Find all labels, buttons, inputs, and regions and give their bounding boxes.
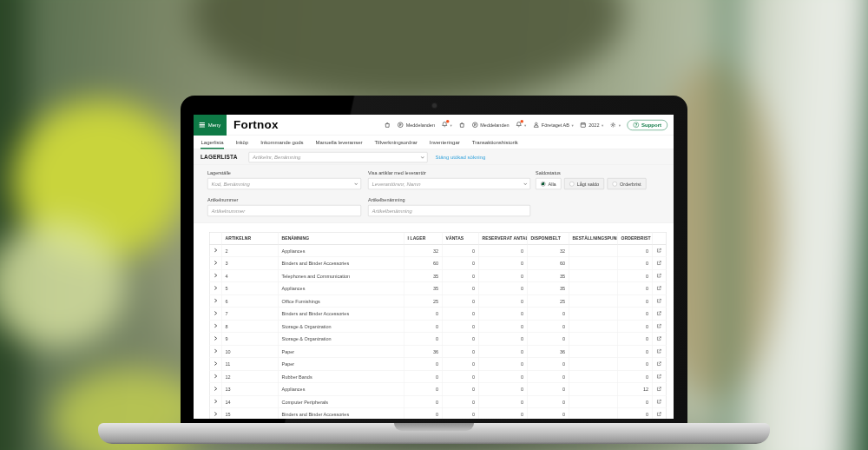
table-row[interactable]: 14 Computer Peripherals 0 0 0 0 0 bbox=[209, 395, 666, 408]
expand-row-button[interactable] bbox=[209, 308, 221, 321]
open-article-button[interactable] bbox=[652, 282, 666, 295]
quick-search-input[interactable] bbox=[249, 152, 428, 162]
expand-row-button[interactable] bbox=[209, 383, 221, 396]
col-artikelnr[interactable]: ARTIKELNR bbox=[221, 232, 278, 244]
cell-vantas: 0 bbox=[442, 333, 478, 346]
lagerstalle-input[interactable] bbox=[207, 178, 361, 189]
open-article-button[interactable] bbox=[652, 395, 666, 408]
cell-orderbrist: 0 bbox=[617, 320, 652, 333]
expand-row-button[interactable] bbox=[209, 320, 221, 333]
cell-vantas: 0 bbox=[442, 345, 478, 358]
expand-row-button[interactable] bbox=[209, 333, 221, 346]
open-article-button[interactable] bbox=[652, 257, 666, 270]
quick-search-select[interactable] bbox=[249, 152, 428, 162]
lagerstalle-select[interactable] bbox=[207, 178, 361, 189]
table-row[interactable]: 8 Storage & Organization 0 0 0 0 0 bbox=[209, 320, 666, 333]
tab-inventeringar[interactable]: Inventeringar bbox=[429, 140, 460, 149]
expand-row-button[interactable] bbox=[209, 282, 221, 295]
expand-row-button[interactable] bbox=[209, 395, 221, 408]
expand-row-button[interactable] bbox=[209, 257, 221, 270]
col-i-lager[interactable]: I LAGER bbox=[404, 232, 442, 244]
year-selector[interactable]: 2022 ▾ bbox=[580, 122, 603, 129]
col-vantas[interactable]: VÄNTAS bbox=[442, 232, 478, 244]
chevron-right-icon bbox=[214, 274, 217, 278]
open-article-button[interactable] bbox=[652, 244, 666, 257]
table-row[interactable]: 12 Rubber Bands 0 0 0 0 0 bbox=[209, 370, 666, 383]
chevron-right-icon bbox=[214, 349, 217, 354]
saldostatus-option-lagt-saldo[interactable]: Lågt saldo bbox=[564, 178, 604, 189]
page-title: LAGERLISTA bbox=[201, 154, 238, 161]
saldostatus-option-alla[interactable]: Alla bbox=[536, 178, 562, 189]
tab-transaktionshistorik[interactable]: Transaktionshistorik bbox=[471, 140, 518, 149]
cart-button[interactable] bbox=[385, 122, 391, 129]
table-row[interactable]: 2 Appliances 32 0 0 32 0 bbox=[209, 244, 666, 257]
open-article-button[interactable] bbox=[652, 320, 666, 333]
cell-disponibelt: 0 bbox=[527, 370, 569, 383]
table-row[interactable]: 7 Binders and Binder Accessories 0 0 0 0… bbox=[209, 308, 666, 321]
support-button[interactable]: ? Support bbox=[628, 120, 668, 130]
messages-button-2[interactable]: Meddelanden bbox=[471, 122, 509, 129]
external-link-icon bbox=[657, 336, 662, 341]
notifications-button[interactable]: ▾ bbox=[441, 122, 451, 129]
artikelnummer-field[interactable] bbox=[207, 205, 361, 216]
settings-menu[interactable]: ▾ bbox=[610, 122, 621, 129]
table-row[interactable]: 4 Telephones and Communication 35 0 0 35… bbox=[209, 269, 666, 282]
cell-benamning: Paper bbox=[278, 358, 404, 371]
tab-tillverkningsordrar[interactable]: Tillverkningsordrar bbox=[374, 140, 418, 149]
leverantor-input[interactable] bbox=[368, 178, 530, 189]
inventory-table: ARTIKELNR BENÄMNING I LAGER VÄNTAS RESER… bbox=[209, 232, 667, 419]
table-row[interactable]: 11 Paper 0 0 0 0 0 bbox=[209, 358, 666, 371]
artikelnummer-input[interactable] bbox=[207, 205, 361, 216]
cart-button-2[interactable] bbox=[458, 122, 465, 129]
open-article-button[interactable] bbox=[652, 370, 666, 383]
cell-disponibelt: 36 bbox=[527, 345, 569, 358]
table-row[interactable]: 6 Office Furnishings 25 0 0 25 0 bbox=[209, 294, 666, 308]
laptop-base bbox=[98, 423, 770, 444]
tab-lagerlista[interactable]: Lagerlista bbox=[201, 140, 224, 149]
tab-manuella-leveranser[interactable]: Manuella leveranser bbox=[315, 140, 363, 149]
table-row[interactable]: 3 Binders and Binder Accessories 60 0 0 … bbox=[209, 257, 666, 270]
messages-button[interactable]: Meddelanden bbox=[398, 122, 435, 129]
table-row[interactable]: 9 Storage & Organization 0 0 0 0 0 bbox=[209, 333, 666, 346]
menu-button[interactable]: Meny bbox=[194, 115, 227, 136]
expand-row-button[interactable] bbox=[209, 408, 221, 419]
table-row[interactable]: 15 Binders and Binder Accessories 0 0 0 … bbox=[209, 408, 666, 419]
tab-inkommande-gods[interactable]: Inkommande gods bbox=[260, 140, 304, 149]
external-link-icon bbox=[657, 348, 662, 354]
open-article-button[interactable] bbox=[652, 358, 666, 371]
table-row[interactable]: 10 Paper 36 0 0 36 0 bbox=[209, 345, 666, 358]
open-article-button[interactable] bbox=[652, 383, 666, 396]
year-value: 2022 bbox=[589, 122, 599, 128]
table-row[interactable]: 5 Appliances 35 0 0 35 0 bbox=[209, 282, 666, 295]
open-article-button[interactable] bbox=[652, 308, 666, 321]
expand-row-button[interactable] bbox=[209, 345, 221, 358]
col-disponibelt[interactable]: DISPONIBELT bbox=[527, 232, 569, 244]
artikelbenamning-input[interactable] bbox=[368, 205, 530, 216]
open-article-button[interactable] bbox=[652, 408, 666, 419]
cell-reserverat: 0 bbox=[478, 269, 527, 282]
artikelbenamning-field[interactable] bbox=[368, 205, 530, 216]
col-orderbrist[interactable]: ORDERBRIST bbox=[617, 232, 652, 244]
company-menu[interactable]: Företaget AB ▾ bbox=[533, 122, 574, 129]
open-article-button[interactable] bbox=[652, 333, 666, 346]
leverantor-select[interactable] bbox=[368, 178, 530, 189]
expand-row-button[interactable] bbox=[209, 358, 221, 371]
notifications-button-2[interactable]: ▾ bbox=[516, 122, 526, 129]
expand-row-button[interactable] bbox=[209, 370, 221, 383]
expand-row-button[interactable] bbox=[209, 269, 221, 282]
table-row[interactable]: 13 Appliances 0 0 0 0 12 bbox=[209, 383, 666, 396]
saldostatus-label: Saldostatus bbox=[536, 170, 561, 175]
expand-row-button[interactable] bbox=[209, 294, 221, 308]
cell-orderbrist: 0 bbox=[617, 294, 652, 308]
external-link-icon bbox=[657, 361, 662, 367]
expand-row-button[interactable] bbox=[209, 244, 221, 257]
open-article-button[interactable] bbox=[652, 294, 666, 308]
col-reserverat-antal[interactable]: RESERVERAT ANTAL bbox=[478, 232, 527, 244]
saldostatus-option-orderbrist[interactable]: Orderbrist bbox=[608, 178, 647, 189]
open-article-button[interactable] bbox=[652, 345, 666, 358]
open-article-button[interactable] bbox=[652, 269, 666, 282]
col-bestallningspunkt[interactable]: BESTÄLLNINGSPUNKT bbox=[569, 232, 617, 244]
col-benamning[interactable]: BENÄMNING bbox=[278, 232, 404, 244]
close-extended-search-link[interactable]: Stäng utökad sökning bbox=[436, 154, 486, 160]
tab-inkop[interactable]: Inköp bbox=[235, 140, 249, 149]
